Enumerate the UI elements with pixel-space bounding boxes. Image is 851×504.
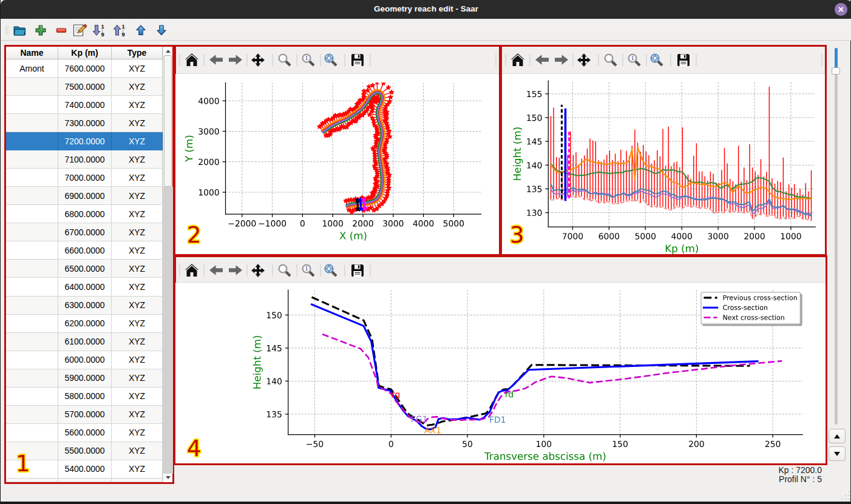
svg-text:1: 1 [101,23,105,30]
svg-text:1: 1 [305,265,308,272]
svg-text:1: 1 [122,23,126,30]
svg-text:1: 1 [305,55,308,61]
svg-text:1: 1 [631,55,634,61]
